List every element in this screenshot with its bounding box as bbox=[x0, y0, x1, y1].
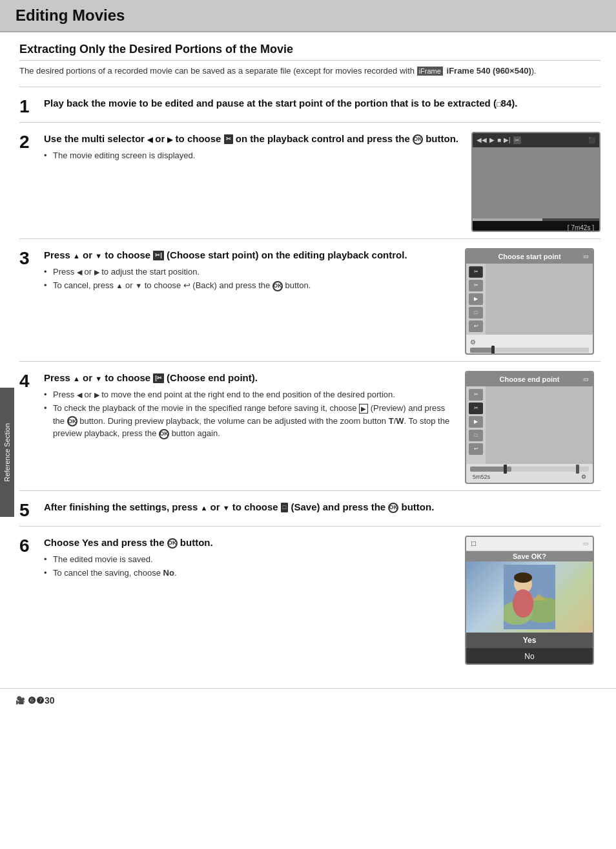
save-ok-label: Save OK? bbox=[466, 551, 593, 561]
step-4-bullet-2: To check the playback of the movie in th… bbox=[44, 402, 458, 440]
yes-button[interactable]: Yes bbox=[466, 633, 593, 649]
choose-start-icon: ✂| bbox=[153, 251, 164, 260]
step-4-content: Press or to choose |✂ (Choose end point)… bbox=[44, 371, 465, 484]
page-number: ❻❼30 bbox=[28, 695, 55, 706]
step-2-bullets: The movie editing screen is displayed. bbox=[44, 149, 465, 162]
step-2-title: Use the multi selector or to choose ✂ on… bbox=[44, 132, 465, 145]
cam-icon-4: ▭ bbox=[583, 376, 589, 383]
choose-end-label: Choose end point bbox=[500, 375, 560, 383]
page-header: Editing Movies bbox=[0, 0, 616, 32]
step-4-number: 4 bbox=[19, 372, 44, 484]
step-2-row: 2 Use the multi selector or to choose ✂ … bbox=[19, 122, 601, 238]
menu-area-3: ✂ ✂ ▶ □ ↩ bbox=[466, 264, 593, 335]
choose-start-label: Choose start point bbox=[498, 253, 560, 260]
menu-icon-play: ▶ bbox=[469, 293, 483, 305]
step-5-content: After finishing the settings, press or t… bbox=[44, 500, 601, 519]
step-2-content: Use the multi selector or to choose ✂ on… bbox=[44, 132, 471, 232]
iframe-label: iFrame 540 (960×540) bbox=[447, 66, 531, 76]
step-1-title: Play back the movie to be edited and pau… bbox=[44, 96, 594, 110]
camera-logo: 🎥 bbox=[15, 696, 25, 705]
person-silhouette bbox=[504, 565, 555, 629]
ok-icon-4a: OK bbox=[67, 416, 77, 426]
step-1-row: 1 Play back the movie to be edited and p… bbox=[19, 87, 601, 122]
step-2-bullet-1: The movie editing screen is displayed. bbox=[44, 149, 465, 162]
cam-icon-6: ▭ bbox=[583, 540, 589, 547]
preview-right-4 bbox=[486, 386, 593, 464]
menu-icons-3: ✂ ✂ ▶ □ ↩ bbox=[466, 264, 486, 335]
step4-progressbar bbox=[470, 466, 589, 472]
step6-topbar: □ ▭ bbox=[466, 537, 593, 551]
step-3-image: Choose start point ▭ ✂ ✂ ▶ □ ↩ ⚙ bbox=[465, 248, 601, 355]
step3-progressbar bbox=[470, 348, 589, 353]
menu-icon-4a: ✂ bbox=[469, 389, 483, 401]
step4-time: 5m52s bbox=[473, 474, 490, 480]
menu-icon-scissors: ✂ bbox=[469, 266, 483, 278]
iframe-icon: iFrame bbox=[417, 67, 443, 76]
step-4-title: Press or to choose |✂ (Choose end point)… bbox=[44, 371, 458, 384]
menu-icon-4d: □ bbox=[469, 430, 483, 441]
step4-topbar: Choose end point ▭ bbox=[466, 372, 593, 386]
step-1-content: Play back the movie to be edited and pau… bbox=[44, 96, 601, 116]
ok-icon-3: OK bbox=[272, 281, 283, 291]
svg-point-6 bbox=[513, 589, 533, 618]
section-title: Extracting Only the Desired Portions of … bbox=[19, 43, 601, 61]
step-1-number: 1 bbox=[19, 98, 44, 116]
intro-text: The desired portions of a recorded movie… bbox=[19, 65, 601, 78]
step-6-bullet-1: The edited movie is saved. bbox=[44, 553, 458, 566]
save-icon: □ bbox=[281, 503, 288, 512]
step-5-row: 5 After finishing the settings, press or… bbox=[19, 490, 601, 526]
step-2-screen: ◀◀ ▶ ■ ▶| ✂ ⬛ [ 7m42s ] bbox=[471, 132, 601, 232]
menu-icon-4b: ✂ bbox=[469, 403, 483, 414]
step3-topbar: Choose start point ▭ bbox=[466, 249, 593, 264]
menu-area-4: ✂ ✂ ▶ □ ↩ bbox=[466, 386, 593, 464]
step-4-bullet-1: Press or to move the end point at the ri… bbox=[44, 388, 458, 401]
svg-point-5 bbox=[514, 572, 532, 583]
menu-icon-save: □ bbox=[469, 307, 483, 319]
step-6-image: □ ▭ Save OK? bbox=[465, 536, 601, 665]
step4-time-row: 5m52s ⚙ bbox=[470, 473, 589, 481]
main-content: Extracting Only the Desired Portions of … bbox=[0, 32, 616, 682]
bottom-bar: [ 7m42s ] bbox=[473, 221, 599, 232]
preview-right-3 bbox=[486, 264, 593, 335]
menu-icon-scissors2: ✂ bbox=[469, 280, 483, 291]
ok-button-icon: OK bbox=[413, 134, 423, 145]
scissors-icon: ✂ bbox=[224, 134, 233, 144]
step-4-bullets: Press or to move the end point at the ri… bbox=[44, 388, 458, 440]
step6-save-icon: □ bbox=[471, 539, 476, 548]
ok-icon-4b: OK bbox=[159, 429, 169, 439]
ok-icon-6: OK bbox=[167, 538, 178, 549]
menu-icon-4c: ▶ bbox=[469, 416, 483, 428]
step-3-content: Press or to choose ✂| (Choose start poin… bbox=[44, 248, 465, 355]
menu-icon-4e: ↩ bbox=[469, 443, 483, 455]
step-3-number: 3 bbox=[19, 249, 44, 355]
step-5-title: After finishing the settings, press or t… bbox=[44, 500, 594, 514]
step3-bottom: 8m48s bbox=[466, 354, 593, 355]
menu-icon-back: ↩ bbox=[469, 320, 483, 332]
step6-preview bbox=[466, 561, 593, 633]
page-title: Editing Movies bbox=[15, 6, 601, 25]
step-4-row: 4 Press or to choose |✂ (Choose end poin… bbox=[19, 361, 601, 490]
step-3-title: Press or to choose ✂| (Choose start poin… bbox=[44, 248, 458, 262]
sidebar-label: Reference Section bbox=[0, 388, 14, 517]
step-6-bullet-2: To cancel the saving, choose No. bbox=[44, 567, 458, 580]
step-6-bullets: The edited movie is saved. To cancel the… bbox=[44, 553, 458, 580]
ok-icon-5: OK bbox=[388, 503, 398, 513]
step-6-content: Choose Yes and press the OK button. The … bbox=[44, 536, 465, 665]
menu-icons-4: ✂ ✂ ▶ □ ↩ bbox=[466, 386, 486, 464]
step-6-screen: □ ▭ Save OK? bbox=[465, 536, 594, 665]
step-4-image: Choose end point ▭ ✂ ✂ ▶ □ ↩ bbox=[465, 371, 601, 484]
preview-area bbox=[473, 147, 599, 218]
page-footer: 🎥 ❻❼30 bbox=[0, 688, 616, 712]
step-6-row: 6 Choose Yes and press the OK button. Th… bbox=[19, 526, 601, 671]
step-3-screen: Choose start point ▭ ✂ ✂ ▶ □ ↩ ⚙ bbox=[465, 248, 594, 355]
step-4-screen: Choose end point ▭ ✂ ✂ ▶ □ ↩ bbox=[465, 371, 594, 484]
step-5-number: 5 bbox=[19, 501, 44, 519]
step-3-bullet-1: Press or to adjust the start position. bbox=[44, 266, 458, 278]
step3-settings-icon: ⚙ bbox=[466, 335, 593, 346]
step4-icon: ⚙ bbox=[581, 474, 586, 480]
no-button[interactable]: No bbox=[466, 649, 593, 664]
step-6-number: 6 bbox=[19, 537, 44, 665]
choose-end-icon: |✂ bbox=[153, 373, 164, 383]
step-2-number: 2 bbox=[19, 133, 44, 232]
step-3-bullets: Press or to adjust the start position. T… bbox=[44, 266, 458, 292]
